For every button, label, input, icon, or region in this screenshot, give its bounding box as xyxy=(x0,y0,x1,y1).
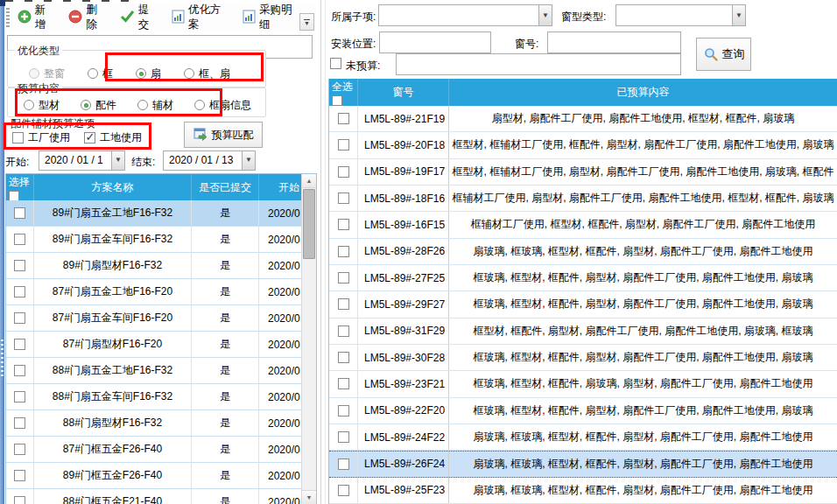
radio-icon[interactable] xyxy=(81,100,91,110)
budget-table-row[interactable]: LM5L-89#-27F25 框玻璃, 框型材, 框配件, 扇型材, 扇配件工厂… xyxy=(329,265,837,291)
toolbar-button[interactable]: 删除 xyxy=(64,0,109,35)
radio-icon[interactable] xyxy=(29,68,39,79)
row-checkbox[interactable] xyxy=(338,166,349,178)
budget-table-row[interactable]: LM5L-89#-20F18 框型材, 框辅材工厂使用, 框配件, 扇型材, 扇… xyxy=(329,132,837,158)
row-checkbox[interactable] xyxy=(338,246,349,257)
no-budget-checkbox[interactable] xyxy=(330,58,341,69)
panel-divider[interactable] xyxy=(320,0,321,504)
row-checkbox[interactable] xyxy=(14,470,25,481)
checkbox-option[interactable]: 工厂使用 xyxy=(12,130,70,145)
plan-table-row[interactable]: 89#门扇型材F16-F32 是 2020/0 xyxy=(6,253,316,279)
radio-option[interactable]: 框 xyxy=(88,66,113,81)
budget-table-row[interactable]: LM5L-89#-25F23 扇玻璃, 框玻璃, 框型材, 框配件, 扇型材, … xyxy=(329,478,837,504)
budget-table-row[interactable]: LM5L-89#-16F15 框辅材工厂使用, 框型材, 框配件, 扇型材, 扇… xyxy=(329,212,837,238)
plan-table-row[interactable]: 88#门扇型材F16-F32 是 2020/0 xyxy=(6,410,316,437)
budget-table-row[interactable]: LM5L-89#-22F20 框玻璃, 框型材, 框配件, 扇型材, 扇配件工厂… xyxy=(329,398,837,424)
toolbar-button[interactable]: 优化方案 xyxy=(167,0,233,35)
row-checkbox[interactable] xyxy=(14,260,25,271)
checkbox-icon[interactable] xyxy=(12,132,24,144)
row-checkbox[interactable] xyxy=(338,113,349,124)
row-checkbox[interactable] xyxy=(338,219,349,230)
splitter-grip-icon[interactable] xyxy=(1,340,4,376)
plan-table-row[interactable]: 89#门扇五金工地F16-F32 是 2020/0 xyxy=(6,200,316,227)
select-all-checkbox[interactable] xyxy=(9,191,19,200)
date-start-picker[interactable]: 2020 / 01 / 1 ▼ xyxy=(39,150,125,171)
budget-table-row[interactable]: LM5L-89#-30F28 框玻璃, 框型材, 框配件, 扇型材, 扇配件工厂… xyxy=(329,345,837,371)
row-checkbox[interactable] xyxy=(14,234,25,245)
budget-table-row[interactable]: LM5L-89#-19F17 框型材, 框辅材工厂使用, 扇型材, 扇配件工厂使… xyxy=(329,159,837,186)
chevron-down-icon[interactable]: ▼ xyxy=(732,5,745,25)
toolbar-button[interactable]: 提交 xyxy=(116,0,162,35)
install-pos-input[interactable] xyxy=(379,32,491,53)
budget-table-row[interactable]: LM5L-89#-29F27 框玻璃, 框型材, 框配件, 扇型材, 扇配件工厂… xyxy=(329,291,837,318)
radio-icon[interactable] xyxy=(88,68,98,79)
no-budget-input[interactable] xyxy=(396,53,681,75)
row-checkbox[interactable] xyxy=(338,378,349,389)
toolbar-button[interactable]: 新增 xyxy=(13,0,59,35)
window-type-combobox[interactable]: ▼ xyxy=(615,4,746,26)
plan-table-row[interactable]: 89#门扇五金车间F16-F32 是 2020/0 xyxy=(6,227,316,253)
checkbox-icon[interactable] xyxy=(84,132,95,144)
scroll-up-icon[interactable]: ▲ xyxy=(302,174,316,188)
plan-table-row[interactable]: 87#门扇五金车间F16-F20 是 2020/0 xyxy=(6,305,316,332)
radio-option[interactable]: 整窗 xyxy=(29,66,65,81)
row-checkbox[interactable] xyxy=(14,365,25,376)
row-checkbox[interactable] xyxy=(14,391,25,402)
radio-icon[interactable] xyxy=(184,68,194,79)
radio-option[interactable]: 型材 xyxy=(24,98,60,113)
date-end-picker[interactable]: 2020 / 01 / 13 ▼ xyxy=(163,150,256,171)
radio-icon[interactable] xyxy=(24,100,34,110)
row-checkbox[interactable] xyxy=(338,272,349,284)
scroll-down-icon[interactable]: ▼ xyxy=(302,490,316,504)
plan-table-row[interactable]: 88#门扇五金工地F16-F32 是 2020/0 xyxy=(6,358,316,384)
left-edge-panel-strip[interactable] xyxy=(0,0,4,504)
radio-option[interactable]: 框、扇 xyxy=(184,66,230,81)
budget-table-row[interactable]: LM5L-89#-28F26 扇玻璃, 框玻璃, 框型材, 框配件, 扇型材, … xyxy=(329,239,837,265)
row-checkbox[interactable] xyxy=(338,352,349,363)
budget-table-row[interactable]: LM5L-89#-26F24 扇玻璃, 框玻璃, 框型材, 框配件, 扇型材, … xyxy=(329,451,837,477)
budget-table-row[interactable]: LM5L-89#-21F19 扇型材, 扇配件工厂使用, 扇配件工地使用, 框型… xyxy=(329,106,837,132)
scrollbar-thumb[interactable] xyxy=(303,189,315,259)
row-checkbox[interactable] xyxy=(14,417,25,429)
row-checkbox[interactable] xyxy=(14,339,25,350)
row-checkbox[interactable] xyxy=(338,326,349,337)
row-checkbox[interactable] xyxy=(338,485,349,496)
plan-table-row[interactable]: 87#门扇型材F16-F20 是 2020/0 xyxy=(6,332,316,358)
plan-table-row[interactable]: 89#门框五金F26-F40 是 2020/0 xyxy=(6,463,316,489)
budget-table-row[interactable]: LM5L-89#-23F21 框玻璃, 框型材, 框配件, 扇玻璃, 扇型材, … xyxy=(329,371,837,397)
row-checkbox[interactable] xyxy=(338,405,349,416)
radio-icon[interactable] xyxy=(136,68,146,79)
plan-table-scrollbar[interactable]: ▲ ▼ xyxy=(301,174,316,504)
radio-option[interactable]: 框扇信息 xyxy=(194,98,251,113)
plan-table-row[interactable]: 88#门扇五金车间F16-F32 是 2020/0 xyxy=(6,384,316,410)
row-checkbox[interactable] xyxy=(14,444,25,455)
row-checkbox[interactable] xyxy=(338,298,349,310)
budget-table-row[interactable]: LM5L-89#-24F22 扇玻璃, 框玻璃, 框型材, 框配件, 扇型材, … xyxy=(329,424,837,451)
row-checkbox[interactable] xyxy=(338,139,349,150)
chevron-down-icon[interactable]: ▼ xyxy=(538,5,552,25)
toolbar-grip-icon[interactable] xyxy=(6,8,10,27)
row-checkbox[interactable] xyxy=(14,286,25,298)
row-checkbox[interactable] xyxy=(14,312,25,324)
plan-table-row[interactable]: 88#门框五金F21-F40 是 2020/0 xyxy=(6,489,316,504)
budget-table-row[interactable]: LM5L-89#-31F29 框型材, 框配件, 扇型材, 扇配件工厂使用, 扇… xyxy=(329,318,837,345)
search-button[interactable]: 查询 xyxy=(696,38,751,71)
radio-option[interactable]: 配件 xyxy=(81,98,116,113)
row-checkbox[interactable] xyxy=(14,207,25,219)
row-checkbox[interactable] xyxy=(14,496,25,504)
radio-option[interactable]: 扇 xyxy=(136,66,161,81)
row-checkbox[interactable] xyxy=(338,458,349,470)
row-checkbox[interactable] xyxy=(338,431,349,443)
radio-icon[interactable] xyxy=(194,100,205,110)
select-all-checkbox[interactable] xyxy=(332,95,342,106)
sub-item-combobox[interactable]: ▼ xyxy=(378,4,552,26)
budget-match-button[interactable]: 预算匹配 xyxy=(184,122,263,148)
toolbar-overflow-button[interactable]: ▼ xyxy=(299,13,314,31)
budget-table-row[interactable]: LM5L-89#-18F16 框辅材工厂使用, 扇型材, 扇配件工厂使用, 扇配… xyxy=(329,186,837,212)
checkbox-option[interactable]: 工地使用 xyxy=(84,130,142,145)
plan-table-row[interactable]: 87#门框五金F26-F40 是 2020/0 xyxy=(6,437,316,463)
row-checkbox[interactable] xyxy=(338,192,349,204)
radio-option[interactable]: 辅材 xyxy=(137,98,173,113)
radio-icon[interactable] xyxy=(137,100,148,110)
plan-table-row[interactable]: 87#门扇五金工地F16-F20 是 2020/0 xyxy=(6,279,316,305)
